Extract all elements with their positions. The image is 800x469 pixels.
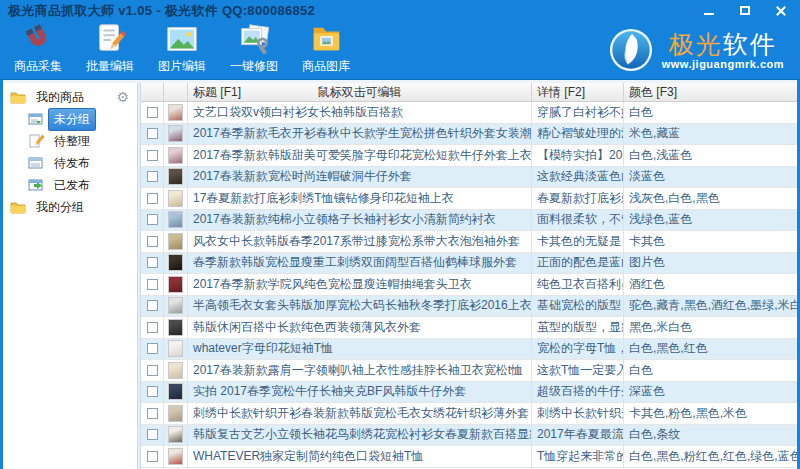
sidebar-item-organize[interactable]: 待整理 [3,130,137,152]
product-color-cell[interactable]: 淡蓝色 [624,167,797,188]
product-color-cell[interactable]: 驼色,藏青,黑色,酒红色,墨绿,米白色 [624,296,797,317]
product-title-cell[interactable]: 风衣女中长款韩版春季2017系带过膝宽松系带大衣泡泡袖外套 [188,231,532,252]
product-color-cell[interactable]: 白色 [624,360,797,381]
product-title-cell[interactable]: 2017春季新款学院风纯色宽松显瘦连帽抽绳套头卫衣 [188,274,532,295]
row-checkbox[interactable] [147,300,158,311]
product-title-cell[interactable]: 韩版休闲百搭中长款纯色西装领薄风衣外套 [188,317,532,338]
product-detail-cell[interactable]: 正面的配色是蓝白 [532,253,624,274]
row-checkbox[interactable] [147,236,158,247]
product-title-cell[interactable]: 2017春装新款宽松时尚连帽破洞牛仔外套 [188,167,532,188]
product-detail-cell[interactable]: 刺绣中长款针织开 [532,403,624,424]
toolbar-button-gallery[interactable]: 商品图库 [290,22,362,79]
table-row[interactable]: 韩版休闲百搭中长款纯色西装领薄风衣外套茧型的版型，显瘦黑色,米白色 [141,317,797,339]
row-checkbox[interactable] [147,343,158,354]
table-row[interactable]: 文艺口袋双v领白衬衫女长袖韩版百搭款穿腻了白衬衫不妨白色 [141,102,797,124]
product-color-cell[interactable]: 图片色 [624,253,797,274]
product-detail-cell[interactable]: 这款经典淡蓝色的 [532,167,624,188]
product-title-cell[interactable]: 韩版复古文艺小立领长袖花鸟刺绣花宽松衬衫女春夏新款百搭显瘦潮 [188,425,532,446]
product-title-cell[interactable]: 春季新款韩版宽松显瘦重工刺绣双面阔型百搭仙鹤棒球服外套 [188,253,532,274]
table-row[interactable]: WHATEVER独家定制简约纯色口袋短袖T恤T恤穿起来非常的白色,黑色,粉红色,… [141,446,797,468]
table-row[interactable]: 17春夏新款打底衫刺绣T恤镶钻修身印花短袖上衣春夏新款打底衫刺浅灰色,白色,黑色 [141,188,797,210]
table-row[interactable]: 2017春装新款宽松时尚连帽破洞牛仔外套这款经典淡蓝色的淡蓝色 [141,167,797,189]
table-row[interactable]: 春季新款韩版宽松显瘦重工刺绣双面阔型百搭仙鹤棒球服外套正面的配色是蓝白图片色 [141,253,797,275]
product-detail-cell[interactable]: 【模特实拍】201 [532,145,624,166]
settings-gear-icon[interactable]: ⚙ [116,90,129,104]
table-row[interactable]: 实拍 2017春季宽松牛仔长袖夹克BF风韩版牛仔外套超级百搭的牛仔外深蓝色 [141,382,797,404]
product-detail-cell[interactable]: 面料很柔软，不管 [532,210,624,231]
row-checkbox[interactable] [147,451,158,462]
table-row[interactable]: 2017春装新款纯棉小立领格子长袖衬衫女小清新简约衬衣面料很柔软，不管浅绿色,蓝… [141,210,797,232]
product-color-cell[interactable]: 白色,黑色,粉红色,红色,绿色,蓝色 [624,446,797,467]
table-row[interactable]: 刺绣中长款针织开衫春装新款韩版宽松毛衣女绣花针织衫薄外套刺绣中长款针织开卡其色,… [141,403,797,425]
product-title-cell[interactable]: 2017春装新款露肩一字领喇叭袖上衣性感挂脖长袖卫衣宽松t恤 [188,360,532,381]
product-detail-cell[interactable]: 穿腻了白衬衫不妨 [532,102,624,123]
product-color-cell[interactable]: 深蓝色 [624,382,797,403]
row-checkbox[interactable] [147,107,158,118]
product-title-cell[interactable]: 2017春季新款韩版甜美可爱笑脸字母印花宽松短款牛仔外套上衣 [188,145,532,166]
row-checkbox[interactable] [147,214,158,225]
row-checkbox[interactable] [147,408,158,419]
product-title-cell[interactable]: 刺绣中长款针织开衫春装新款韩版宽松毛衣女绣花针织衫薄外套 [188,403,532,424]
product-detail-cell[interactable]: T恤穿起来非常的 [532,446,624,467]
header-detail-column[interactable]: 详情 [F2] [532,83,624,101]
row-checkbox[interactable] [147,322,158,333]
product-detail-cell[interactable]: 春夏新款打底衫刺 [532,188,624,209]
row-checkbox[interactable] [147,171,158,182]
product-detail-cell[interactable]: 宽松的字母T恤， [532,339,624,360]
header-color-column[interactable]: 颜色 [F3] [624,83,797,101]
sidebar-group-my-groups[interactable]: 我的分组 [3,196,137,218]
table-row[interactable]: 2017春装新款露肩一字领喇叭袖上衣性感挂脖长袖卫衣宽松t恤这款T恤一定要入白色 [141,360,797,382]
close-button[interactable] [774,4,788,18]
maximize-button[interactable] [738,4,752,18]
product-detail-cell[interactable]: 超级百搭的牛仔外 [532,382,624,403]
product-title-cell[interactable]: 17春夏新款打底衫刺绣T恤镶钻修身印花短袖上衣 [188,188,532,209]
product-detail-cell[interactable]: 纯色卫衣百搭利器 [532,274,624,295]
sidebar-item-published[interactable]: 已发布 [3,174,137,196]
product-color-cell[interactable]: 白色,黑色,红色 [624,339,797,360]
table-row[interactable]: 半高领毛衣女套头韩版加厚宽松大码长袖秋冬季打底衫2016上衣基础宽松的版型，驼色… [141,296,797,318]
sidebar-item-pending-publish[interactable]: 待发布 [3,152,137,174]
product-color-cell[interactable]: 白色,浅蓝色 [624,145,797,166]
header-title-column[interactable]: 标题 [F1] 鼠标双击可编辑 [188,83,532,101]
row-checkbox[interactable] [147,257,158,268]
product-detail-cell[interactable]: 茧型的版型，显瘦 [532,317,624,338]
product-detail-cell[interactable]: 基础宽松的版型， [532,296,624,317]
table-row[interactable]: 2017春季新款毛衣开衫春秋中长款学生宽松拼色针织外套女装潮精心褶皱处理的泡米色… [141,124,797,146]
product-title-cell[interactable]: whatever字母印花短袖T恤 [188,339,532,360]
product-color-cell[interactable]: 卡其色,粉色,黑色,米色 [624,403,797,424]
table-row[interactable]: 风衣女中长款韩版春季2017系带过膝宽松系带大衣泡泡袖外套卡其色的无疑是卡其色 [141,231,797,253]
table-row[interactable]: 2017春季新款韩版甜美可爱笑脸字母印花宽松短款牛仔外套上衣【模特实拍】201白… [141,145,797,167]
row-checkbox[interactable] [147,279,158,290]
sidebar-group-my-products[interactable]: 我的商品 ⚙ [3,86,137,108]
product-color-cell[interactable]: 米色,藏蓝 [624,124,797,145]
product-detail-cell[interactable]: 2017年春夏最流行 [532,425,624,446]
product-title-cell[interactable]: 2017春装新款纯棉小立领格子长袖衬衫女小清新简约衬衣 [188,210,532,231]
toolbar-button-image-edit[interactable]: 图片编辑 [146,22,218,79]
toolbar-button-retouch[interactable]: 一键修图 [218,22,290,79]
product-color-cell[interactable]: 浅灰色,白色,黑色 [624,188,797,209]
product-color-cell[interactable]: 黑色,米白色 [624,317,797,338]
toolbar-button-collect[interactable]: 商品采集 [2,22,74,79]
minimize-button[interactable] [702,4,716,18]
product-color-cell[interactable]: 白色 [624,102,797,123]
row-checkbox[interactable] [147,386,158,397]
product-color-cell[interactable]: 白色,条纹 [624,425,797,446]
row-checkbox[interactable] [147,429,158,440]
product-title-cell[interactable]: 实拍 2017春季宽松牛仔长袖夹克BF风韩版牛仔外套 [188,382,532,403]
product-color-cell[interactable]: 卡其色 [624,231,797,252]
sidebar-item-ungrouped[interactable]: 未分组 [3,108,137,130]
product-color-cell[interactable]: 酒红色 [624,274,797,295]
table-row[interactable]: whatever字母印花短袖T恤宽松的字母T恤，白色,黑色,红色 [141,339,797,361]
product-title-cell[interactable]: WHATEVER独家定制简约纯色口袋短袖T恤 [188,446,532,467]
product-title-cell[interactable]: 2017春季新款毛衣开衫春秋中长款学生宽松拼色针织外套女装潮 [188,124,532,145]
product-detail-cell[interactable]: 这款T恤一定要入 [532,360,624,381]
table-row[interactable]: 韩版复古文艺小立领长袖花鸟刺绣花宽松衬衫女春夏新款百搭显瘦潮2017年春夏最流行… [141,425,797,447]
product-title-cell[interactable]: 文艺口袋双v领白衬衫女长袖韩版百搭款 [188,102,532,123]
product-title-cell[interactable]: 半高领毛衣女套头韩版加厚宽松大码长袖秋冬季打底衫2016上衣 [188,296,532,317]
table-row[interactable]: 2017春季新款学院风纯色宽松显瘦连帽抽绳套头卫衣纯色卫衣百搭利器酒红色 [141,274,797,296]
product-color-cell[interactable]: 浅绿色,蓝色 [624,210,797,231]
product-detail-cell[interactable]: 卡其色的无疑是 [532,231,624,252]
row-checkbox[interactable] [147,365,158,376]
product-detail-cell[interactable]: 精心褶皱处理的泡 [532,124,624,145]
row-checkbox[interactable] [147,150,158,161]
